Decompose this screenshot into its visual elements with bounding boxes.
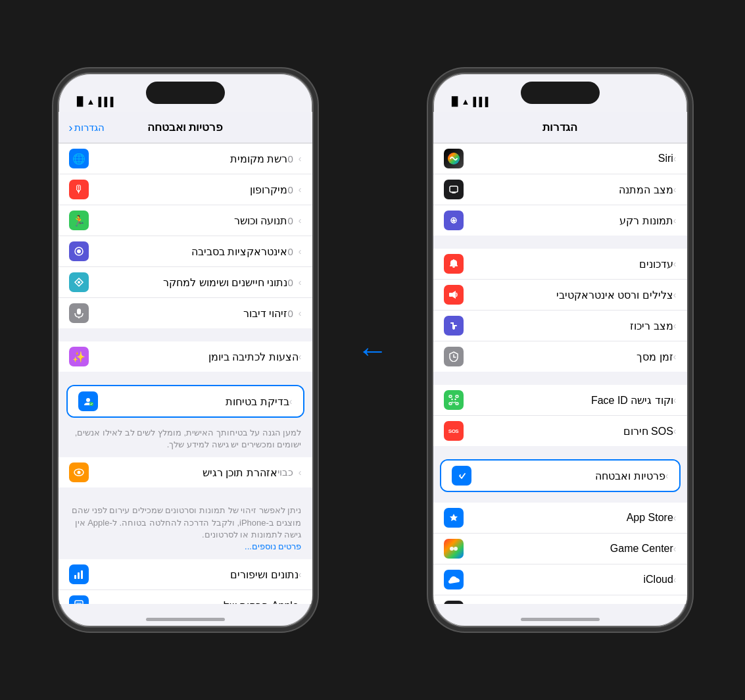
wifi-icon: ▲ [87,97,95,107]
siri-chevron: ‹ [673,153,677,164]
mid-rows: עדכונים ‹ צלילים ורסט אינטראקטיבי ‹ מצב … [433,249,687,372]
analytics-icon [69,564,89,584]
screen-time-row[interactable]: זמן מסך ‹ [433,341,687,372]
left-arrow-icon: ← [357,332,389,368]
apple-ads-label: פרסום של Apple [97,599,299,604]
faceid-section: Face ID וקוד גישה ‹ SOS חירום SOS ‹ [433,385,687,446]
journal-icon: ✨ [69,347,89,366]
right-content: Siri ‹ מצב המתנה ‹ תמונות רקע ‹ [433,143,687,604]
more-info-link[interactable]: פרטים נוספים... [245,541,301,551]
microphone-label: מיקרופון [97,184,288,196]
screen-time-chevron: ‹ [673,351,677,362]
privacy-highlighted[interactable]: פרטיות ואבטחה ‹ [440,459,681,492]
svg-point-28 [454,399,456,400]
top-rows: Siri ‹ מצב המתנה ‹ תמונות רקע ‹ [433,143,687,236]
sounds-label: צלילים ורסט אינטראקטיבי [471,289,673,301]
wallpaper-label: תמונות רקע [471,214,673,227]
icloud-chevron: ‹ [673,574,677,585]
game-center-chevron: ‹ [673,543,677,554]
journal-row[interactable]: ✨ הצעות לכתיבה ביומן ‹ [59,341,312,372]
standby-row[interactable]: מצב המתנה ‹ [433,174,687,205]
sos-row[interactable]: SOS חירום SOS ‹ [433,416,687,446]
focus-row[interactable]: מצב ריכוז ‹ [433,311,687,341]
local-network-count: 0 [287,153,293,164]
content-visibility-label: אזהרת תוכן רגיש [97,466,277,479]
game-center-row[interactable]: Game Center ‹ [433,534,687,564]
motion-chevron: ‹ [299,215,302,226]
app-store-row[interactable]: App Store ‹ [433,503,687,534]
icloud-row[interactable]: iCloud ‹ [433,564,687,595]
focus-icon [444,316,464,336]
svg-rect-22 [449,293,452,297]
content-visibility-chevron: ‹ [299,467,302,478]
siri-row[interactable]: Siri ‹ [433,143,687,174]
standby-icon [444,180,464,199]
screen-time-icon [444,347,464,366]
back-chevron-icon: › [69,122,73,134]
face-id-label: Face ID וקוד גישה [471,394,673,407]
wallpaper-row[interactable]: תמונות רקע ‹ [433,205,687,236]
face-id-icon [444,390,464,410]
arrow-container: ← [353,332,393,368]
research-row[interactable]: נתוני חיישנים ושימוש למחקר 0 ‹ [59,267,312,298]
microphone-row[interactable]: 🎙 מיקרופון 0 ‹ [59,174,312,205]
svg-rect-25 [449,403,452,405]
nearby-count: 0 [287,246,293,257]
battery-icon-right: ▉ [452,97,458,107]
svg-point-0 [77,249,81,253]
privacy-row[interactable]: פרטיות ואבטחה ‹ [441,461,679,491]
local-network-chevron: ‹ [299,153,302,164]
nav-title-left: פרטיות ואבטחה [147,120,224,134]
nearby-row[interactable]: אינטראקציות בסביבה 0 ‹ [59,236,312,267]
siri-icon [444,149,464,168]
nearby-label: אינטראקציות בסביבה [97,245,288,258]
home-indicator-left [146,618,225,621]
security-check-highlighted[interactable]: בדיקת בטיחות ‹ [66,385,304,418]
face-id-row[interactable]: Face ID וקוד גישה ‹ [433,385,687,416]
security-check-row[interactable]: בדיקת בטיחות ‹ [68,386,303,416]
signal-icon-right: ▌▌▌ [473,97,491,107]
apple-ads-chevron: ‹ [299,600,302,604]
standby-chevron: ‹ [673,184,677,195]
svg-rect-10 [78,572,80,579]
sounds-row[interactable]: צלילים ורסט אינטראקטיבי ‹ [433,280,687,311]
svg-rect-11 [81,570,83,579]
journal-chevron: ‹ [299,351,302,362]
notifications-row[interactable]: עדכונים ‹ [433,249,687,280]
back-label[interactable]: הגדרות [74,122,105,134]
svg-rect-3 [77,309,81,314]
nav-back-left[interactable]: › הגדרות [69,122,105,134]
privacy-icon [452,466,471,486]
research-chevron: ‹ [299,277,302,288]
analytics-row[interactable]: נתונים ושיפורים ‹ [59,559,312,590]
content-visibility-row[interactable]: אזהרת תוכן רגיש כבוי ‹ [59,457,312,488]
speech-label: זיהוי דיבור [97,307,288,320]
speech-row[interactable]: זיהוי דיבור 0 ‹ [59,298,312,328]
analytics-section: נתונים ושיפורים ‹ פרסום של Apple ‹ [59,559,312,604]
top-section: Siri ‹ מצב המתנה ‹ תמונות רקע ‹ [433,143,687,236]
nearby-chevron: ‹ [299,246,302,257]
permissions-rows: 🌐 רשת מקומית 0 ‹ 🎙 מיקרופון 0 ‹ 🏃 תנועה … [59,143,312,328]
local-network-row[interactable]: 🌐 רשת מקומית 0 ‹ [59,143,312,174]
signal-icon: ▌▌▌ [98,97,116,107]
svg-rect-9 [74,575,76,579]
apps-section: App Store ‹ Game Center ‹ iCloud ‹ [433,503,687,604]
motion-icon: 🏃 [69,211,89,230]
privacy-chevron: ‹ [665,470,669,481]
apple-ads-row[interactable]: פרסום של Apple ‹ [59,590,312,604]
wifi-icon-right: ▲ [462,97,470,107]
left-phone: ▉ ▲ ▌▌▌ 9:41 › הגדרות פרטיות ואבטחה 🌐 רש… [57,72,314,628]
apple-pay-icon [444,601,464,604]
apple-pay-row[interactable]: ארנק ו-Apple Pay ‹ [433,595,687,604]
motion-row[interactable]: 🏃 תנועה וכושר 0 ‹ [59,205,312,236]
content-visibility-rows: אזהרת תוכן רגיש כבוי ‹ [59,457,312,488]
analytics-chevron: ‹ [299,569,302,580]
notifications-label: עדכונים [471,258,673,270]
dynamic-island-right [521,82,600,104]
faceid-rows: Face ID וקוד גישה ‹ SOS חירום SOS ‹ [433,385,687,446]
local-network-label: רשת מקומית [97,153,288,165]
apple-ads-icon [69,595,89,604]
analytics-label: נתונים ושיפורים [97,568,299,581]
apps-rows: App Store ‹ Game Center ‹ iCloud ‹ [433,503,687,604]
notifications-icon [444,254,464,274]
